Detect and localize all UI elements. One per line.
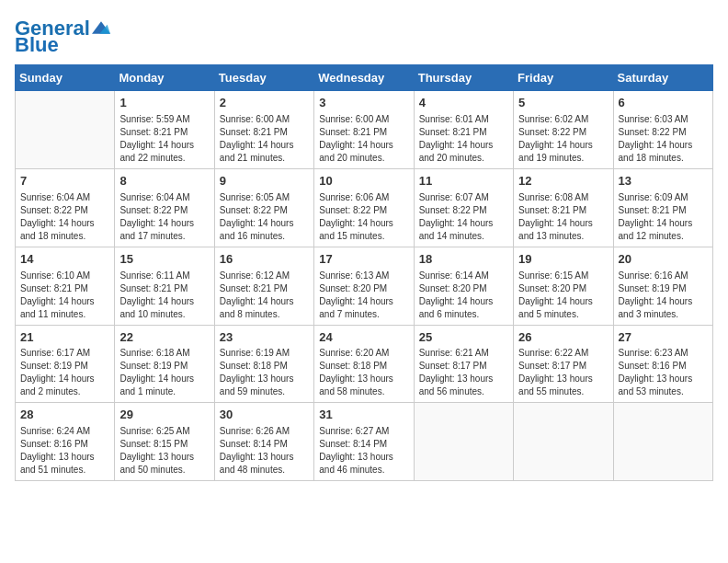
calendar-week-row: 28Sunrise: 6:24 AM Sunset: 8:16 PM Dayli… — [16, 403, 713, 481]
calendar-table: SundayMondayTuesdayWednesdayThursdayFrid… — [15, 64, 713, 481]
day-info: Sunrise: 6:00 AM Sunset: 8:21 PM Dayligh… — [220, 113, 309, 165]
day-info: Sunrise: 6:20 AM Sunset: 8:18 PM Dayligh… — [319, 347, 408, 398]
day-info: Sunrise: 5:59 AM Sunset: 8:21 PM Dayligh… — [119, 113, 209, 165]
calendar-cell: 10Sunrise: 6:06 AM Sunset: 8:22 PM Dayli… — [314, 168, 414, 247]
day-info: Sunrise: 6:10 AM Sunset: 8:21 PM Dayligh… — [20, 270, 109, 321]
logo-icon — [92, 21, 110, 34]
calendar-week-row: 14Sunrise: 6:10 AM Sunset: 8:21 PM Dayli… — [16, 247, 713, 325]
day-number: 14 — [20, 251, 109, 269]
calendar-cell: 12Sunrise: 6:08 AM Sunset: 8:21 PM Dayli… — [514, 168, 613, 247]
calendar-cell: 1Sunrise: 5:59 AM Sunset: 8:21 PM Daylig… — [115, 91, 214, 169]
day-header-monday: Monday — [115, 65, 214, 91]
calendar-cell: 21Sunrise: 6:17 AM Sunset: 8:19 PM Dayli… — [16, 325, 115, 403]
day-info: Sunrise: 6:23 AM Sunset: 8:16 PM Dayligh… — [619, 347, 708, 398]
calendar-cell: 14Sunrise: 6:10 AM Sunset: 8:21 PM Dayli… — [16, 247, 115, 325]
calendar-cell: 30Sunrise: 6:26 AM Sunset: 8:14 PM Dayli… — [214, 403, 313, 481]
calendar-cell — [414, 403, 513, 481]
day-info: Sunrise: 6:21 AM Sunset: 8:17 PM Dayligh… — [419, 347, 508, 398]
calendar-cell — [514, 403, 613, 481]
calendar-cell: 26Sunrise: 6:22 AM Sunset: 8:17 PM Dayli… — [514, 325, 613, 403]
day-number: 8 — [119, 173, 209, 190]
day-number: 2 — [220, 95, 309, 112]
day-info: Sunrise: 6:04 AM Sunset: 8:22 PM Dayligh… — [20, 191, 109, 243]
calendar-cell: 27Sunrise: 6:23 AM Sunset: 8:16 PM Dayli… — [613, 325, 712, 403]
day-info: Sunrise: 6:14 AM Sunset: 8:20 PM Dayligh… — [419, 270, 508, 321]
day-number: 18 — [419, 251, 508, 269]
day-number: 27 — [619, 329, 708, 347]
calendar-cell: 23Sunrise: 6:19 AM Sunset: 8:18 PM Dayli… — [214, 325, 313, 403]
day-number: 17 — [319, 251, 408, 269]
day-header-tuesday: Tuesday — [214, 65, 313, 91]
day-info: Sunrise: 6:26 AM Sunset: 8:14 PM Dayligh… — [220, 425, 309, 477]
calendar-week-row: 1Sunrise: 5:59 AM Sunset: 8:21 PM Daylig… — [16, 91, 713, 169]
calendar-cell: 2Sunrise: 6:00 AM Sunset: 8:21 PM Daylig… — [214, 91, 313, 169]
calendar-cell: 7Sunrise: 6:04 AM Sunset: 8:22 PM Daylig… — [16, 168, 115, 247]
day-info: Sunrise: 6:05 AM Sunset: 8:22 PM Dayligh… — [220, 191, 309, 243]
calendar-cell: 13Sunrise: 6:09 AM Sunset: 8:21 PM Dayli… — [613, 168, 712, 247]
day-header-friday: Friday — [514, 65, 613, 91]
day-number: 28 — [20, 407, 109, 424]
calendar-cell: 25Sunrise: 6:21 AM Sunset: 8:17 PM Dayli… — [414, 325, 513, 403]
day-number: 7 — [20, 173, 109, 190]
day-number: 22 — [119, 329, 209, 347]
calendar-cell: 29Sunrise: 6:25 AM Sunset: 8:15 PM Dayli… — [115, 403, 214, 481]
day-info: Sunrise: 6:09 AM Sunset: 8:21 PM Dayligh… — [619, 191, 708, 243]
day-info: Sunrise: 6:01 AM Sunset: 8:21 PM Dayligh… — [419, 113, 508, 165]
day-number: 29 — [119, 407, 209, 424]
day-header-thursday: Thursday — [414, 65, 513, 91]
day-number: 20 — [619, 251, 708, 269]
day-number: 25 — [419, 329, 508, 347]
day-info: Sunrise: 6:13 AM Sunset: 8:20 PM Dayligh… — [319, 270, 408, 321]
day-number: 10 — [319, 173, 408, 190]
day-info: Sunrise: 6:02 AM Sunset: 8:22 PM Dayligh… — [518, 113, 608, 165]
day-number: 16 — [220, 251, 309, 269]
day-number: 21 — [20, 329, 109, 347]
calendar-cell: 9Sunrise: 6:05 AM Sunset: 8:22 PM Daylig… — [214, 168, 313, 247]
day-info: Sunrise: 6:16 AM Sunset: 8:19 PM Dayligh… — [619, 270, 708, 321]
day-info: Sunrise: 6:27 AM Sunset: 8:14 PM Dayligh… — [319, 425, 408, 477]
logo: General Blue — [15, 18, 110, 55]
calendar-header-row: SundayMondayTuesdayWednesdayThursdayFrid… — [16, 65, 713, 91]
day-info: Sunrise: 6:22 AM Sunset: 8:17 PM Dayligh… — [518, 347, 608, 398]
day-number: 24 — [319, 329, 408, 347]
calendar-cell: 15Sunrise: 6:11 AM Sunset: 8:21 PM Dayli… — [115, 247, 214, 325]
calendar-cell: 8Sunrise: 6:04 AM Sunset: 8:22 PM Daylig… — [115, 168, 214, 247]
logo-text-blue: Blue — [15, 35, 59, 55]
day-number: 15 — [119, 251, 209, 269]
calendar-cell: 28Sunrise: 6:24 AM Sunset: 8:16 PM Dayli… — [16, 403, 115, 481]
day-info: Sunrise: 6:08 AM Sunset: 8:21 PM Dayligh… — [518, 191, 608, 243]
day-number: 23 — [220, 329, 309, 347]
day-header-sunday: Sunday — [16, 65, 115, 91]
day-info: Sunrise: 6:06 AM Sunset: 8:22 PM Dayligh… — [319, 191, 408, 243]
day-number: 3 — [319, 95, 408, 112]
day-number: 9 — [220, 173, 309, 190]
day-header-saturday: Saturday — [613, 65, 712, 91]
day-info: Sunrise: 6:15 AM Sunset: 8:20 PM Dayligh… — [518, 270, 608, 321]
day-number: 26 — [518, 329, 608, 347]
day-info: Sunrise: 6:19 AM Sunset: 8:18 PM Dayligh… — [220, 347, 309, 398]
day-info: Sunrise: 6:24 AM Sunset: 8:16 PM Dayligh… — [20, 425, 109, 477]
day-number: 19 — [518, 251, 608, 269]
day-number: 13 — [619, 173, 708, 190]
calendar-cell: 22Sunrise: 6:18 AM Sunset: 8:19 PM Dayli… — [115, 325, 214, 403]
calendar-cell: 16Sunrise: 6:12 AM Sunset: 8:21 PM Dayli… — [214, 247, 313, 325]
day-number: 12 — [518, 173, 608, 190]
calendar-cell: 6Sunrise: 6:03 AM Sunset: 8:22 PM Daylig… — [613, 91, 712, 169]
calendar-cell: 24Sunrise: 6:20 AM Sunset: 8:18 PM Dayli… — [314, 325, 414, 403]
calendar-cell: 17Sunrise: 6:13 AM Sunset: 8:20 PM Dayli… — [314, 247, 414, 325]
day-info: Sunrise: 6:18 AM Sunset: 8:19 PM Dayligh… — [119, 347, 209, 398]
calendar-cell: 20Sunrise: 6:16 AM Sunset: 8:19 PM Dayli… — [613, 247, 712, 325]
day-info: Sunrise: 6:12 AM Sunset: 8:21 PM Dayligh… — [220, 270, 309, 321]
day-number: 6 — [619, 95, 708, 112]
day-number: 5 — [518, 95, 608, 112]
day-info: Sunrise: 6:07 AM Sunset: 8:22 PM Dayligh… — [419, 191, 508, 243]
day-info: Sunrise: 6:25 AM Sunset: 8:15 PM Dayligh… — [119, 425, 209, 477]
day-number: 31 — [319, 407, 408, 424]
day-number: 1 — [119, 95, 209, 112]
day-info: Sunrise: 6:03 AM Sunset: 8:22 PM Dayligh… — [619, 113, 708, 165]
day-number: 4 — [419, 95, 508, 112]
day-info: Sunrise: 6:00 AM Sunset: 8:21 PM Dayligh… — [319, 113, 408, 165]
calendar-cell: 31Sunrise: 6:27 AM Sunset: 8:14 PM Dayli… — [314, 403, 414, 481]
calendar-cell: 11Sunrise: 6:07 AM Sunset: 8:22 PM Dayli… — [414, 168, 513, 247]
calendar-week-row: 7Sunrise: 6:04 AM Sunset: 8:22 PM Daylig… — [16, 168, 713, 247]
